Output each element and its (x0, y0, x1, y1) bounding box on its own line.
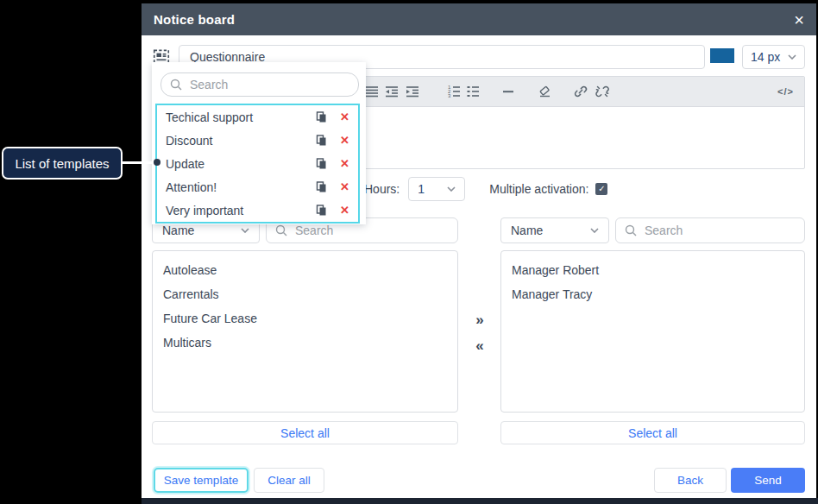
font-size-value: 14 px (751, 50, 780, 64)
hours-value: 1 (418, 182, 425, 196)
ordered-list-icon[interactable]: 123 (446, 84, 462, 99)
copy-icon[interactable] (316, 205, 327, 216)
delete-icon[interactable]: ✕ (340, 110, 349, 123)
list-item[interactable]: Autolease (153, 258, 457, 282)
callout-label: List of templates (2, 147, 123, 180)
left-search-input[interactable] (293, 223, 449, 238)
search-icon (275, 224, 287, 236)
send-button[interactable]: Send (731, 468, 805, 493)
chevron-down-icon (788, 54, 796, 60)
unordered-list-icon[interactable] (465, 84, 481, 99)
indent-icon[interactable] (405, 84, 420, 99)
dialog-title: Notice board (154, 12, 235, 27)
right-search-box[interactable] (615, 217, 805, 243)
available-list: Autolease Carrentals Future Car Lease Mu… (152, 250, 458, 413)
template-name[interactable]: Very important (166, 204, 316, 217)
hours-select[interactable]: 1 (408, 177, 465, 201)
right-filter-value: Name (511, 224, 543, 237)
template-name[interactable]: Discount (166, 134, 316, 148)
templates-search-box[interactable] (160, 72, 359, 97)
notice-board-dialog: Notice board × 14 px (142, 3, 816, 498)
template-name[interactable]: Attention! (166, 180, 316, 194)
delete-icon[interactable]: ✕ (340, 180, 349, 193)
svg-text:3: 3 (448, 93, 451, 98)
screen-background: Notice board × 14 px (0, 0, 818, 504)
copy-icon[interactable] (316, 111, 327, 123)
delete-icon[interactable]: ✕ (340, 204, 349, 217)
templates-list: Techical support ✕ Discount ✕ Update ✕ A… (155, 104, 360, 224)
align-justify-icon[interactable] (364, 84, 380, 99)
list-item[interactable]: Future Car Lease (153, 306, 457, 331)
list-item[interactable]: Carrentals (153, 282, 457, 306)
callout-connector-dot (154, 159, 160, 166)
eraser-icon[interactable] (537, 84, 552, 99)
right-search-input[interactable] (643, 223, 796, 238)
outdent-icon[interactable] (384, 84, 400, 99)
delete-icon[interactable]: ✕ (340, 134, 349, 147)
copy-icon[interactable] (316, 135, 327, 146)
templates-search-input[interactable] (188, 77, 349, 92)
callout-connector-line (123, 161, 155, 164)
list-item[interactable]: Multicars (153, 331, 457, 355)
template-list-item[interactable]: Discount ✕ (157, 129, 358, 152)
search-icon (625, 224, 637, 236)
template-list-item[interactable]: Attention! ✕ (157, 175, 358, 198)
right-filter-select[interactable]: Name (500, 217, 609, 243)
link-icon[interactable] (573, 84, 588, 99)
copy-icon[interactable] (316, 158, 327, 169)
page-background-strip (142, 498, 818, 504)
multiple-activation-checkbox[interactable]: ✓ (595, 183, 607, 195)
template-list-item[interactable]: Very important ✕ (157, 198, 358, 222)
close-icon[interactable]: × (794, 11, 804, 28)
horizontal-rule-icon[interactable] (500, 84, 516, 99)
copy-icon[interactable] (316, 181, 327, 192)
delete-icon[interactable]: ✕ (340, 157, 349, 170)
templates-dropdown-panel: Techical support ✕ Discount ✕ Update ✕ A… (152, 62, 366, 224)
code-view-icon[interactable]: </> (777, 86, 794, 97)
settings-row: Hours: 1 Multiple activation: ✓ (364, 177, 607, 201)
back-button[interactable]: Back (654, 468, 727, 493)
search-icon (170, 79, 182, 91)
template-list-item[interactable]: Techical support ✕ (157, 105, 358, 129)
chevron-down-icon (590, 228, 599, 233)
multiple-activation-label: Multiple activation: (489, 182, 588, 196)
hours-label: Hours: (364, 182, 400, 196)
chevron-down-icon (241, 228, 249, 233)
font-size-select[interactable]: 14 px (742, 45, 805, 69)
selected-list: Manager Robert Manager Tracy (500, 250, 805, 413)
left-filter-value: Name (162, 224, 194, 237)
template-name[interactable]: Techical support (166, 110, 316, 124)
save-template-button[interactable]: Save template (154, 468, 249, 493)
dialog-header: Notice board × (142, 3, 816, 35)
move-left-button[interactable]: « (469, 337, 490, 356)
chevron-down-icon (447, 186, 456, 192)
right-select-all-button[interactable]: Select all (500, 421, 805, 444)
text-color-swatch[interactable] (710, 48, 734, 63)
left-select-all-button[interactable]: Select all (152, 421, 458, 444)
move-right-button[interactable]: » (469, 311, 490, 330)
unlink-icon[interactable] (595, 84, 610, 99)
template-list-item[interactable]: Update ✕ (157, 152, 358, 175)
list-item[interactable]: Manager Tracy (501, 282, 804, 306)
template-name[interactable]: Update (166, 157, 316, 171)
clear-all-button[interactable]: Clear all (254, 468, 324, 493)
list-item[interactable]: Manager Robert (501, 258, 804, 282)
